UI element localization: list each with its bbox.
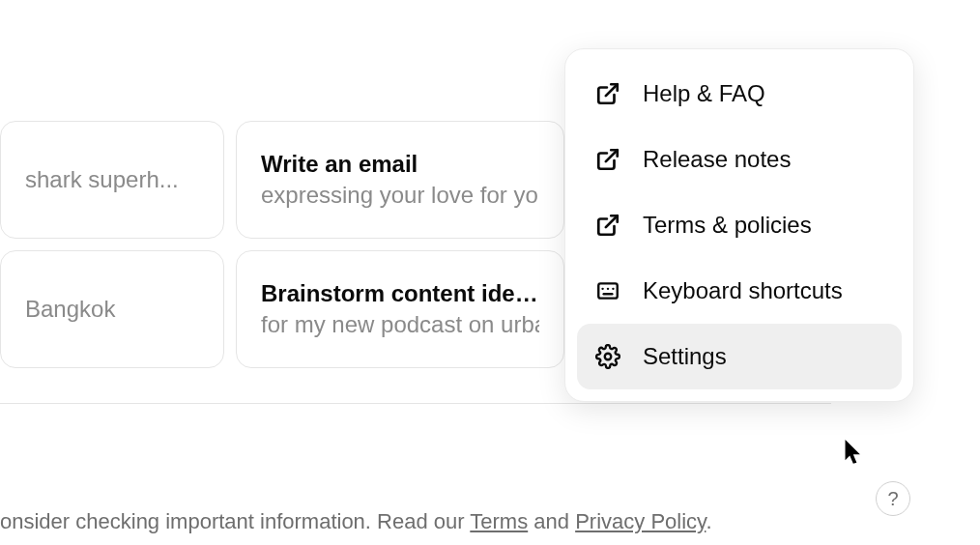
terms-link[interactable]: Terms (470, 509, 528, 533)
external-link-icon (594, 80, 621, 107)
suggestion-title: Write an email (261, 151, 539, 178)
menu-item-help-faq[interactable]: Help & FAQ (577, 61, 902, 127)
suggestion-subtitle: shark superh... (25, 166, 199, 193)
menu-item-label: Help & FAQ (643, 80, 765, 107)
menu-item-keyboard-shortcuts[interactable]: Keyboard shortcuts (577, 258, 902, 324)
svg-line-0 (606, 84, 618, 96)
suggestion-card[interactable]: Bangkok (0, 250, 224, 368)
suggestion-card[interactable]: Brainstorm content ideas for my new podc… (236, 250, 564, 368)
cursor-icon (845, 440, 864, 469)
external-link-icon (594, 146, 621, 173)
svg-rect-3 (598, 283, 618, 298)
suggestion-grid: shark superh... Write an email expressin… (0, 121, 564, 368)
svg-line-2 (606, 215, 618, 227)
help-button-label: ? (887, 488, 898, 510)
help-menu: Help & FAQ Release notes Terms & policie… (564, 48, 914, 402)
menu-item-label: Settings (643, 343, 727, 370)
suggestion-title: Brainstorm content ideas (261, 280, 539, 307)
suggestion-subtitle: Bangkok (25, 296, 199, 323)
menu-item-settings[interactable]: Settings (577, 324, 902, 389)
help-button[interactable]: ? (876, 481, 910, 516)
menu-item-label: Keyboard shortcuts (643, 277, 843, 304)
menu-item-terms-policies[interactable]: Terms & policies (577, 192, 902, 258)
suggestion-subtitle: expressing your love for yo (261, 182, 539, 209)
svg-point-8 (605, 354, 612, 360)
gear-icon (594, 343, 621, 370)
menu-item-label: Release notes (643, 146, 791, 173)
suggestion-card[interactable]: Write an email expressing your love for … (236, 121, 564, 239)
menu-item-release-notes[interactable]: Release notes (577, 127, 902, 192)
privacy-policy-link[interactable]: Privacy Policy (575, 509, 706, 533)
divider (0, 403, 831, 404)
menu-item-label: Terms & policies (643, 212, 812, 239)
keyboard-icon (594, 277, 621, 304)
external-link-icon (594, 212, 621, 239)
suggestion-subtitle: for my new podcast on urba (261, 311, 539, 338)
footer-text: onsider checking important information. … (0, 509, 712, 534)
suggestion-card[interactable]: shark superh... (0, 121, 224, 239)
svg-line-1 (606, 150, 618, 161)
